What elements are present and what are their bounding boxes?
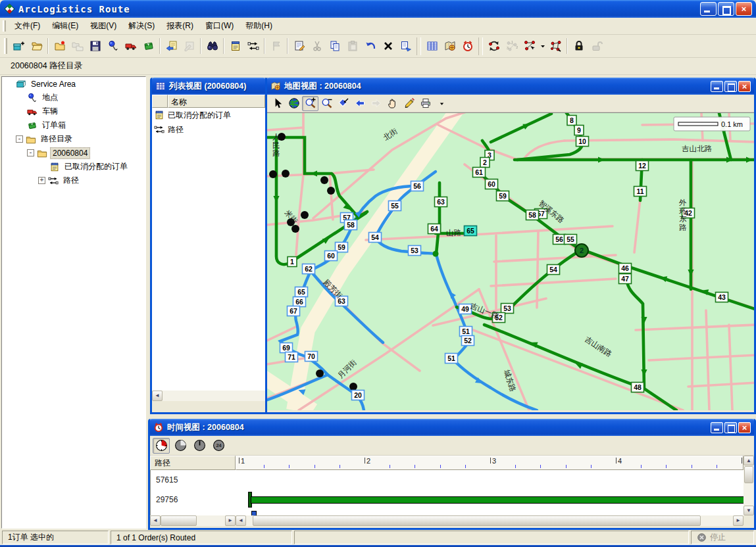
vehicle-truck-button[interactable] <box>122 37 139 55</box>
solve-button[interactable] <box>485 37 503 55</box>
unassigned-order-dot[interactable] <box>282 170 290 178</box>
scroll-down-icon[interactable]: ▼ <box>743 506 754 515</box>
route-marker-2[interactable]: 2 <box>575 244 588 257</box>
tree-item-2[interactable]: 车辆 <box>2 105 145 118</box>
map-zoom-in-button[interactable] <box>302 96 318 111</box>
list-view-button[interactable] <box>423 37 441 55</box>
map-close-button[interactable] <box>738 81 751 92</box>
stop-marker-69[interactable]: 69 <box>280 343 293 353</box>
stop-marker-60[interactable]: 60 <box>486 179 498 189</box>
sequence-button[interactable]: 123 <box>503 37 520 55</box>
stop-marker-52[interactable]: 52 <box>462 336 474 346</box>
orders-notepad-button[interactable] <box>226 37 244 55</box>
stop-marker-51[interactable]: 51 <box>460 327 472 337</box>
route-row-57615[interactable]: 57615 <box>151 470 754 490</box>
menu-item-3[interactable]: 解决(S) <box>122 18 161 34</box>
scroll-left-icon[interactable]: ◄ <box>152 391 163 401</box>
toolbar-grip[interactable] <box>4 38 7 54</box>
list-view-titlebar[interactable]: 列表视图 (20060804) <box>152 78 265 95</box>
reassign-stops-button[interactable] <box>520 37 538 55</box>
unassigned-order-dot[interactable] <box>291 225 299 233</box>
time-minimize-button[interactable] <box>711 422 723 433</box>
lock-button[interactable] <box>570 37 588 55</box>
open-folder-button[interactable] <box>28 37 45 55</box>
stop-marker-2[interactable]: 2 <box>480 158 490 168</box>
time-view-titlebar[interactable]: 时间视图 : 20060804 <box>150 419 754 436</box>
stop-marker-55[interactable]: 55 <box>565 235 577 245</box>
unassigned-order-dot[interactable] <box>269 170 277 178</box>
find-binoculars-button[interactable] <box>203 37 221 55</box>
stop-marker-10[interactable]: 10 <box>576 137 589 147</box>
stop-marker-53[interactable]: 53 <box>501 304 514 314</box>
flag-button[interactable] <box>267 37 285 55</box>
stop-marker-71[interactable]: 71 <box>286 352 298 362</box>
stop-button[interactable]: 停止 <box>691 531 754 544</box>
map-forward-arrow-button[interactable] <box>368 96 384 111</box>
map-maximize-button[interactable] <box>724 81 737 92</box>
order-box-button[interactable] <box>139 37 157 55</box>
time-close-button[interactable] <box>738 422 751 433</box>
stop-marker-60[interactable]: 60 <box>325 251 338 261</box>
stop-marker-64[interactable]: 64 <box>428 224 441 234</box>
time-view-button[interactable] <box>459 37 476 55</box>
title-bar[interactable]: ArcLogistics Route × <box>0 0 756 18</box>
map-pan-hand-button[interactable] <box>384 96 401 111</box>
tree-item-3[interactable]: 订单箱 <box>2 118 145 132</box>
collapse-icon[interactable]: - <box>16 135 23 143</box>
list-header-icon-col[interactable] <box>152 95 168 108</box>
route-line-green[interactable] <box>436 233 438 254</box>
menu-item-4[interactable]: 报表(R) <box>161 18 199 34</box>
tree-item-7[interactable]: +路径 <box>2 174 145 187</box>
stop-marker-20[interactable]: 20 <box>352 391 365 400</box>
dropdown-caret-button[interactable] <box>538 37 547 55</box>
list-header-name-col[interactable]: 名称 <box>168 95 265 108</box>
stop-marker-61[interactable]: 61 <box>473 168 486 178</box>
clock-24-button[interactable]: 24 <box>210 438 227 454</box>
stop-marker-54[interactable]: 54 <box>547 265 560 275</box>
delete-button[interactable] <box>379 37 397 55</box>
paste-button[interactable] <box>343 37 361 55</box>
clock-quarter-button[interactable] <box>172 438 189 454</box>
map-print-button[interactable] <box>417 96 434 111</box>
menu-item-1[interactable]: 编辑(E) <box>46 18 84 34</box>
unassigned-order-dot[interactable] <box>320 176 328 184</box>
unassigned-order-dot[interactable] <box>301 211 309 219</box>
stop-marker-65[interactable]: 65 <box>295 287 308 297</box>
stop-marker-12[interactable]: 12 <box>636 161 649 171</box>
selected-order-indicator[interactable] <box>251 511 257 515</box>
stop-marker-58[interactable]: 58 <box>526 210 539 220</box>
stop-marker-65[interactable]: 65 <box>465 226 477 236</box>
unassigned-order-dot[interactable] <box>316 369 324 377</box>
time-ruler[interactable]: 1234 <box>236 456 743 470</box>
unassigned-order-dot[interactable] <box>349 383 357 391</box>
stop-marker-59[interactable]: 59 <box>497 191 509 201</box>
stop-marker-62[interactable]: 62 <box>303 264 315 274</box>
close-button[interactable]: × <box>736 2 752 16</box>
map-minimize-button[interactable] <box>711 81 723 92</box>
stop-marker-56[interactable]: 56 <box>553 235 566 245</box>
map-view-button[interactable] <box>441 37 459 55</box>
tree-item-6[interactable]: 已取消分配的订单 <box>2 160 145 174</box>
cut-button[interactable] <box>308 37 326 55</box>
stop-marker-8[interactable]: 8 <box>567 116 576 126</box>
copy-button[interactable] <box>326 37 343 55</box>
import-edit-button[interactable] <box>180 37 198 55</box>
stop-marker-70[interactable]: 70 <box>305 352 318 362</box>
map-dropdown-caret-button[interactable] <box>434 96 450 111</box>
tree-item-1[interactable]: 地点 <box>2 91 145 105</box>
tree-item-4[interactable]: -路径目录 <box>2 132 145 146</box>
map-zoom-out-button[interactable] <box>318 96 335 111</box>
list-horizontal-scrollbar[interactable]: ◄ <box>152 391 265 401</box>
new-service-area-button[interactable] <box>10 37 28 55</box>
unassigned-order-dot[interactable] <box>327 187 335 195</box>
stop-marker-43[interactable]: 43 <box>716 293 728 302</box>
menu-item-0[interactable]: 文件(F) <box>9 18 46 34</box>
map-view-titlebar[interactable]: 地图视图 : 20060804 <box>267 78 754 95</box>
stop-marker-9[interactable]: 9 <box>574 126 584 135</box>
map-back-arrow-button[interactable] <box>351 96 368 111</box>
stop-marker-1[interactable]: 1 <box>288 257 297 267</box>
list-item-1[interactable]: 路径 <box>152 122 265 137</box>
map-canvas[interactable]: 1326160595758891012114256554647435453524… <box>267 112 754 410</box>
time-maximize-button[interactable] <box>724 422 737 433</box>
timeline-scrollbar[interactable]: ◄ ► <box>236 515 743 526</box>
